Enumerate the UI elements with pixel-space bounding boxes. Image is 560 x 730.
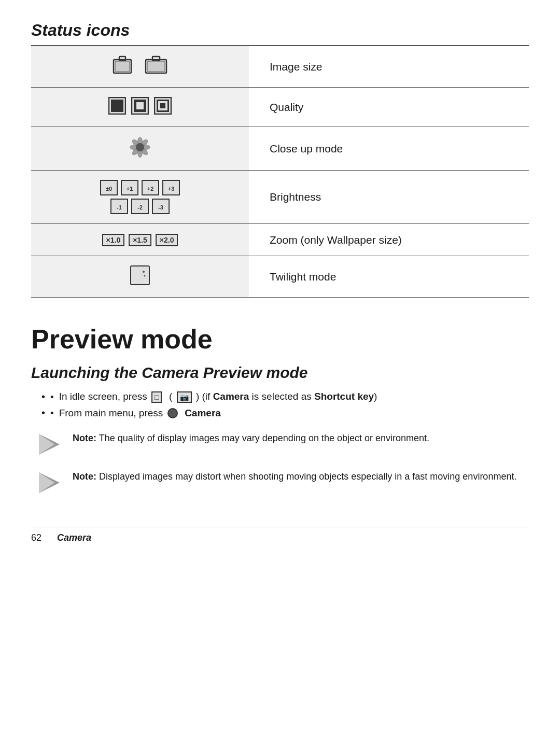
zoom-icons: ×1.0 ×1.5 ×2.0: [31, 224, 249, 256]
svg-marker-28: [39, 434, 54, 455]
closeup-label: Close up mode: [249, 127, 529, 171]
table-row: Quality: [31, 88, 529, 127]
bullet-list: • In idle screen, press □ ( 📷 ) (if Came…: [31, 391, 529, 419]
camera-bold: Camera: [213, 391, 249, 402]
zoom-10-icon: ×1.0: [102, 234, 125, 246]
note-label-1: Note:: [73, 433, 96, 443]
shortcut-bold: Shortcut key: [314, 391, 374, 402]
zoom-15-icon: ×1.5: [129, 234, 151, 246]
quality-icons: [31, 88, 249, 127]
brightness-m2-icon: -2: [131, 199, 149, 214]
zoom-label: Zoom (only Wallpaper size): [249, 224, 529, 256]
table-row: Image size: [31, 46, 529, 88]
bullet-dot: •: [50, 391, 54, 403]
closeup-icons: [31, 127, 249, 171]
svg-rect-10: [136, 102, 144, 109]
brightness-m1-icon: -1: [110, 199, 128, 214]
list-item: • In idle screen, press □ ( 📷 ) (if Came…: [41, 391, 529, 403]
brightness-0-icon: ±0: [100, 180, 118, 195]
image-size-icons: [31, 46, 249, 88]
svg-rect-4: [152, 57, 160, 61]
svg-rect-24: [131, 266, 149, 285]
table-row: Twilight mode: [31, 256, 529, 298]
twilight-icon: [130, 265, 150, 285]
arrow-icon-1: [36, 431, 62, 457]
table-row: ×1.0 ×1.5 ×2.0 Zoom (only Wallpaper size…: [31, 224, 529, 256]
brightness-p3-icon: +3: [162, 180, 180, 195]
camera-large-icon: [145, 55, 167, 75]
status-icons-table: Image size: [31, 45, 529, 298]
idle-btn-icon: □: [151, 391, 162, 403]
note-block-1: Note: The quality of display images may …: [31, 431, 529, 457]
note-block-2: Note: Displayed images may distort when …: [31, 470, 529, 496]
menu-btn-icon: [167, 408, 178, 418]
brightness-p2-icon: +2: [142, 180, 159, 195]
launching-heading: Launching the Camera Preview mode: [31, 364, 529, 382]
svg-point-26: [144, 275, 146, 277]
zoom-20-icon: ×2.0: [156, 234, 178, 246]
flower-icon: [129, 136, 151, 158]
brightness-icons: ±0 +1 +2 +3 -1 -2 -3: [31, 171, 249, 224]
camera-btn-icon: 📷: [177, 391, 192, 403]
bullet-2-text: From main menu, press Camera: [59, 408, 221, 419]
svg-rect-14: [160, 103, 165, 108]
brightness-p1-icon: +1: [121, 180, 138, 195]
preview-mode-heading: Preview mode: [31, 324, 529, 355]
status-icons-heading: Status icons: [31, 21, 529, 40]
quality-high-icon: [108, 97, 126, 115]
brightness-label: Brightness: [249, 171, 529, 224]
svg-rect-5: [147, 61, 165, 72]
camera-bold-2: Camera: [185, 408, 221, 418]
svg-rect-1: [119, 57, 125, 61]
list-item: • From main menu, press Camera: [41, 407, 529, 419]
quality-low-icon: [154, 97, 172, 115]
note-1-text: Note: The quality of display images may …: [73, 431, 429, 445]
table-row: Close up mode: [31, 127, 529, 171]
svg-rect-2: [115, 61, 130, 72]
camera-small-icon: [113, 55, 132, 75]
brightness-m3-icon: -3: [152, 199, 170, 214]
twilight-label: Twilight mode: [249, 256, 529, 298]
svg-rect-7: [111, 100, 123, 112]
quality-mid-icon: [131, 97, 149, 115]
svg-point-25: [143, 271, 145, 273]
twilight-icons: [31, 256, 249, 298]
image-size-label: Image size: [249, 46, 529, 88]
arrow-icon-2: [36, 470, 62, 496]
page-number: 62: [31, 532, 41, 543]
footer: 62 Camera: [31, 527, 529, 543]
svg-marker-30: [39, 472, 54, 493]
note-2-text: Note: Displayed images may distort when …: [73, 470, 516, 484]
svg-point-23: [136, 143, 144, 151]
bullet-dot: •: [50, 408, 54, 419]
note-label-2: Note:: [73, 471, 96, 482]
footer-camera-label: Camera: [57, 532, 91, 543]
quality-label: Quality: [249, 88, 529, 127]
table-row: ±0 +1 +2 +3 -1 -2 -3 Brightness: [31, 171, 529, 224]
bullet-1-text: In idle screen, press □ ( 📷 ) (if Camera…: [59, 391, 377, 403]
